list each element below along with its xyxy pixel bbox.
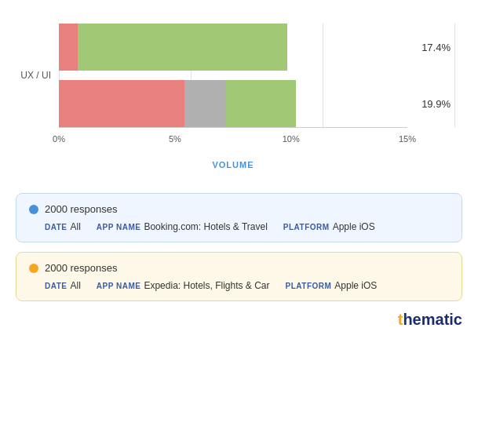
legend-header: 2000 responses — [29, 203, 449, 215]
bar-segment-green — [78, 24, 286, 71]
bar-segment-green — [226, 80, 296, 127]
platform-key: PLATFORM — [283, 223, 330, 231]
legend-dot — [29, 264, 38, 273]
bar-segment-pink — [59, 80, 184, 127]
x-tick-3: 15% — [399, 134, 416, 144]
legend-card-legend2: 2000 responses DATE All APP NAME Expedia… — [16, 252, 462, 301]
platform-key: PLATFORM — [286, 282, 332, 290]
date-key: DATE — [45, 282, 67, 290]
app-key: APP NAME — [97, 223, 141, 231]
chart-area: UX / UI 17.4% 19.9% — [16, 24, 454, 127]
x-tick-2: 10% — [283, 134, 300, 144]
legend-dot — [29, 205, 38, 214]
platform-value: Apple iOS — [334, 280, 377, 291]
meta-app: APP NAME Booking.com: Hotels & Travel — [97, 221, 268, 232]
meta-app: APP NAME Expedia: Hotels, Flights & Car — [97, 280, 270, 291]
chart-container: UX / UI 17.4% 19.9% — [16, 16, 462, 177]
branding: thematic — [16, 311, 462, 329]
legend-meta: DATE All APP NAME Booking.com: Hotels & … — [29, 221, 449, 232]
date-value: All — [70, 221, 80, 232]
meta-date: DATE All — [45, 280, 81, 291]
meta-date: DATE All — [45, 221, 81, 232]
bar-segment-pink — [59, 24, 78, 71]
legend-header: 2000 responses — [29, 262, 449, 274]
app-value: Expedia: Hotels, Flights & Car — [144, 280, 269, 291]
legend-responses: 2000 responses — [45, 203, 118, 215]
bar-value-2: 19.9% — [421, 98, 451, 110]
bar-row: 17.4% — [59, 24, 407, 71]
platform-value: Apple iOS — [333, 221, 375, 232]
date-value: All — [70, 280, 80, 291]
bar-row: 19.9% — [59, 80, 407, 127]
bar-segment-gray — [184, 80, 226, 127]
x-axis: 0% 5% 10% 15% — [59, 127, 407, 146]
app-key: APP NAME — [97, 282, 141, 290]
date-key: DATE — [45, 223, 67, 231]
y-axis-label: UX / UI — [16, 24, 59, 127]
bar-value-1: 17.4% — [421, 42, 451, 53]
app-value: Booking.com: Hotels & Travel — [144, 221, 267, 232]
meta-platform: PLATFORM Apple iOS — [283, 221, 375, 232]
x-axis-label: VOLUME — [59, 160, 407, 169]
legend-card-legend1: 2000 responses DATE All APP NAME Booking… — [16, 193, 462, 242]
legend-container: 2000 responses DATE All APP NAME Booking… — [16, 193, 462, 301]
x-tick-1: 5% — [169, 134, 181, 144]
brand-text: thematic — [398, 311, 462, 328]
legend-meta: DATE All APP NAME Expedia: Hotels, Fligh… — [29, 280, 449, 291]
x-tick-0: 0% — [53, 134, 65, 144]
meta-platform: PLATFORM Apple iOS — [286, 280, 378, 291]
bars-wrapper: 17.4% 19.9% — [59, 24, 454, 127]
legend-responses: 2000 responses — [45, 262, 118, 274]
